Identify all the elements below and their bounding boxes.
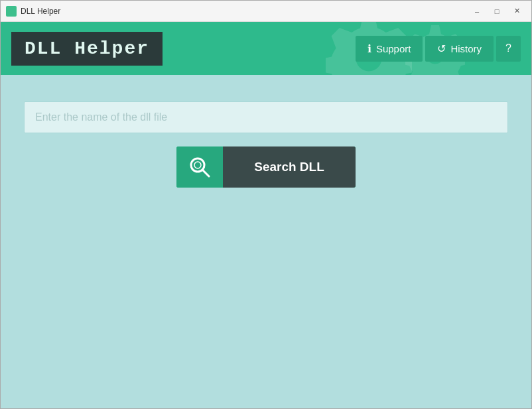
- history-icon: ↺: [437, 42, 446, 55]
- app-icon: [6, 6, 17, 17]
- svg-point-2: [194, 162, 201, 168]
- minimize-button[interactable]: –: [468, 5, 486, 18]
- main-content: Search DLL: [1, 75, 531, 408]
- header-nav: ℹ Support ↺ History ?: [356, 36, 521, 62]
- search-icon-area: [176, 146, 223, 188]
- app-title: DLL Helper: [11, 32, 163, 66]
- history-button[interactable]: ↺ History: [425, 36, 494, 62]
- history-label: History: [450, 43, 482, 54]
- close-button[interactable]: ✕: [507, 5, 526, 18]
- svg-line-1: [202, 170, 209, 176]
- titlebar: DLL Helper – □ ✕: [1, 1, 531, 22]
- help-icon: ?: [505, 42, 511, 54]
- window-controls: – □ ✕: [468, 5, 526, 18]
- help-button[interactable]: ?: [496, 36, 521, 62]
- titlebar-title: DLL Helper: [21, 7, 468, 16]
- support-icon: ℹ: [367, 42, 371, 55]
- dll-search-input[interactable]: [24, 101, 508, 133]
- search-dll-button[interactable]: Search DLL: [176, 146, 356, 188]
- search-dll-label: Search DLL: [223, 146, 356, 188]
- app-window: DLL Helper – □ ✕ DLL Helper ℹ Support: [0, 0, 532, 409]
- support-button[interactable]: ℹ Support: [356, 36, 423, 62]
- header: DLL Helper ℹ Support ↺ History ?: [1, 22, 531, 75]
- support-label: Support: [376, 43, 411, 54]
- maximize-button[interactable]: □: [488, 5, 506, 18]
